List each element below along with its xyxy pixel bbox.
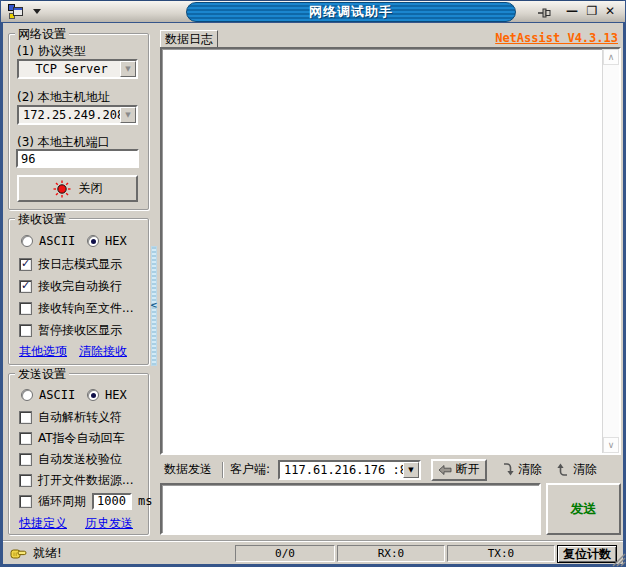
network-settings-group: 网络设置 (1) 协议类型 TCP Server ▼ (2) 本地主机地址 17… bbox=[8, 33, 149, 210]
send-hex-radio[interactable]: HEX bbox=[87, 387, 127, 403]
option-auto-linefeed[interactable]: ✓ 接收完自动换行 bbox=[19, 278, 122, 294]
combo-arrow-icon[interactable]: ▼ bbox=[403, 462, 419, 478]
pin-icon[interactable] bbox=[537, 5, 553, 24]
rx-panel: RX:0 bbox=[337, 545, 445, 562]
data-log-panel: ∧ ∨ bbox=[160, 47, 621, 455]
host-label: (2) 本地主机地址 bbox=[17, 89, 110, 106]
window-title: 网络调试助手 bbox=[309, 3, 393, 21]
host-combobox[interactable]: 172.25.249.208 ▼ bbox=[17, 105, 138, 125]
combo-arrow-icon[interactable]: ▼ bbox=[120, 107, 136, 123]
scroll-down-icon[interactable]: ∨ bbox=[603, 437, 619, 453]
receive-ascii-radio[interactable]: ASCII bbox=[21, 233, 75, 249]
protocol-label: (1) 协议类型 bbox=[17, 43, 86, 60]
option-save-to-file[interactable]: ✓ 接收转向至文件... bbox=[19, 300, 133, 316]
radio-icon bbox=[87, 389, 99, 401]
checkbox-icon: ✓ bbox=[19, 258, 32, 271]
tx-panel: TX:0 bbox=[447, 545, 555, 562]
clear-receive-link[interactable]: 清除接收 bbox=[79, 343, 127, 360]
app-icon[interactable] bbox=[8, 4, 24, 20]
splitter-collapse-icon[interactable]: < bbox=[150, 300, 158, 310]
separator bbox=[222, 462, 224, 478]
log-scrollbar[interactable]: ∧ ∨ bbox=[602, 49, 619, 453]
log-textarea[interactable] bbox=[160, 47, 621, 455]
send-settings-group: 发送设置 ASCII HEX ✓ 自动解析转义符 ✓ AT指令自动回车 ✓ 自动… bbox=[8, 373, 149, 535]
minimize-button[interactable]: — bbox=[563, 4, 581, 20]
checkbox-icon: ✓ bbox=[19, 495, 32, 508]
left-arrow-icon bbox=[439, 465, 452, 475]
cycle-period-input[interactable] bbox=[92, 493, 132, 510]
radio-icon bbox=[87, 235, 99, 247]
clear-label: 清除 bbox=[518, 461, 542, 478]
send-button[interactable]: 发送 bbox=[546, 483, 621, 535]
send-label: 发送 bbox=[571, 500, 597, 518]
maximize-button[interactable]: ❐ bbox=[583, 4, 601, 20]
option-pause-display[interactable]: ✓ 暂停接收区显示 bbox=[19, 322, 122, 338]
receive-hex-radio[interactable]: HEX bbox=[87, 233, 127, 249]
protocol-value: TCP Server bbox=[19, 62, 120, 76]
checkbox-icon: ✓ bbox=[19, 324, 32, 337]
group-title: 接收设置 bbox=[15, 211, 69, 228]
checkbox-icon: ✓ bbox=[19, 411, 32, 424]
title-menu-arrow-icon[interactable] bbox=[33, 9, 41, 14]
clear-receive-button[interactable]: 清除 bbox=[556, 461, 597, 478]
client-combobox[interactable]: 117.61.216.176 :8356 ▼ bbox=[278, 460, 421, 480]
option-file-source[interactable]: ✓ 打开文件数据源... bbox=[19, 472, 133, 488]
other-options-link[interactable]: 其他选项 bbox=[19, 343, 67, 360]
client-label: 客户端: bbox=[230, 461, 270, 478]
led-red-icon bbox=[53, 180, 71, 198]
pointing-hand-icon bbox=[10, 546, 27, 560]
send-toolbar: 数据发送 客户端: 117.61.216.176 :8356 ▼ 断开 清除 bbox=[160, 458, 622, 481]
port-input[interactable] bbox=[16, 149, 139, 168]
combo-arrow-icon[interactable]: ▼ bbox=[120, 61, 136, 77]
checkbox-icon: ✓ bbox=[19, 432, 32, 445]
clear-label: 清除 bbox=[573, 461, 597, 478]
option-at-enter[interactable]: ✓ AT指令自动回车 bbox=[19, 430, 125, 446]
app-window: 网络调试助手 — ❐ ✕ 网络设置 (1) 协议类型 TCP Server ▼ … bbox=[0, 0, 626, 567]
group-title: 网络设置 bbox=[15, 26, 69, 43]
option-cycle-send[interactable]: ✓ 循环周期 ms bbox=[19, 493, 152, 509]
clear-send-button[interactable]: 清除 bbox=[501, 461, 542, 478]
disconnect-button[interactable]: 断开 bbox=[431, 459, 487, 481]
history-send-link[interactable]: 历史发送 bbox=[85, 515, 133, 532]
scroll-up-icon[interactable]: ∧ bbox=[603, 49, 619, 65]
resize-grip[interactable] bbox=[612, 553, 626, 567]
option-parse-escape[interactable]: ✓ 自动解析转义符 bbox=[19, 409, 122, 425]
receive-settings-group: 接收设置 ASCII HEX ✓ 按日志模式显示 ✓ 接收完自动换行 ✓ 接收转… bbox=[8, 218, 149, 365]
reset-count-button[interactable]: 复位计数 bbox=[557, 545, 617, 563]
close-connection-button[interactable]: 关闭 bbox=[17, 175, 138, 202]
status-bar: 就绪! 0/0 RX:0 TX:0 复位计数 bbox=[3, 541, 623, 564]
shortcut-define-link[interactable]: 快捷定义 bbox=[19, 515, 67, 532]
curved-up-arrow-icon bbox=[556, 462, 570, 477]
checkbox-icon: ✓ bbox=[19, 453, 32, 466]
checkbox-icon: ✓ bbox=[19, 280, 32, 293]
close-connection-label: 关闭 bbox=[79, 180, 103, 197]
checkbox-icon: ✓ bbox=[19, 302, 32, 315]
checkbox-icon: ✓ bbox=[19, 474, 32, 487]
radio-icon bbox=[21, 389, 33, 401]
app-icon-part bbox=[14, 8, 22, 10]
group-title: 发送设置 bbox=[15, 366, 69, 383]
count-panel: 0/0 bbox=[235, 545, 335, 562]
version-link[interactable]: NetAssist V4.3.13 bbox=[495, 31, 618, 45]
client-value: 117.61.216.176 :8356 bbox=[280, 463, 403, 477]
tab-data-log[interactable]: 数据日志 bbox=[160, 30, 218, 48]
close-button[interactable]: ✕ bbox=[601, 4, 619, 20]
tab-data-send[interactable]: 数据发送 bbox=[160, 461, 216, 478]
send-ascii-radio[interactable]: ASCII bbox=[21, 387, 75, 403]
host-value: 172.25.249.208 bbox=[19, 108, 120, 122]
radio-icon bbox=[21, 235, 33, 247]
protocol-combobox[interactable]: TCP Server ▼ bbox=[17, 59, 138, 79]
disconnect-label: 断开 bbox=[456, 461, 480, 478]
option-auto-checksum[interactable]: ✓ 自动发送校验位 bbox=[19, 451, 122, 467]
status-text: 就绪! bbox=[33, 545, 62, 562]
send-message-textarea[interactable] bbox=[160, 483, 541, 535]
panel-splitter[interactable]: < bbox=[150, 28, 158, 536]
option-log-mode[interactable]: ✓ 按日志模式显示 bbox=[19, 256, 122, 272]
curved-down-arrow-icon bbox=[501, 462, 515, 477]
title-bar: 网络调试助手 — ❐ ✕ bbox=[1, 1, 625, 23]
title-pill: 网络调试助手 bbox=[186, 2, 516, 22]
